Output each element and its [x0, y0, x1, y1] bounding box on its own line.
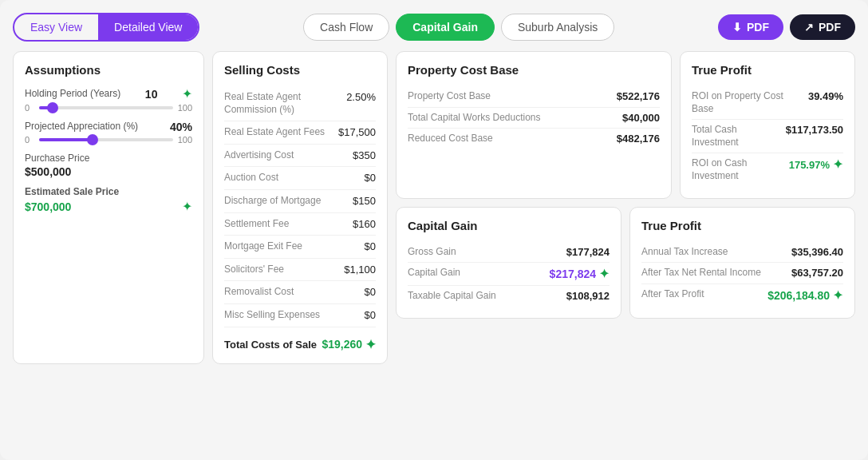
- tab-suburb-analysis[interactable]: Suburb Analysis: [501, 14, 614, 41]
- cost-label: Real Estate Agent Commission (%): [224, 91, 346, 116]
- stat-value: 39.49%: [808, 90, 843, 102]
- property-cost-base-title: Property Cost Base: [408, 63, 660, 77]
- capital-gain-list: Gross Gain $177,824 Capital Gain $217,82…: [408, 242, 610, 307]
- selling-costs-list: Real Estate Agent Commission (%) 2.50% R…: [224, 86, 376, 327]
- tab-capital-gain[interactable]: Capital Gain: [396, 14, 495, 41]
- app-container: Easy View Detailed View Cash Flow Capita…: [0, 0, 868, 460]
- selling-costs-panel: Selling Costs Real Estate Agent Commissi…: [212, 51, 388, 364]
- cost-label: Misc Selling Expenses: [224, 309, 365, 322]
- stat-value: $35,396.40: [791, 246, 843, 258]
- true-profit-stat-row: ROI on Property Cost Base 39.49%: [692, 86, 843, 120]
- share-icon: ↗: [804, 21, 814, 34]
- capital-gain-stat-row: Taxable Capital Gain $108,912: [408, 286, 610, 307]
- total-costs-label: Total Costs of Sale: [224, 339, 317, 351]
- stat-label: After Tax Net Rental Income: [641, 267, 791, 280]
- property-cost-base-panel: Property Cost Base Property Cost Base $5…: [396, 51, 672, 199]
- stat-label: Total Capital Works Deductions: [408, 112, 622, 125]
- holding-period-slider[interactable]: 0 100: [25, 103, 192, 113]
- true-profit-bottom-panel: True Profit Annual Tax Increase $35,396.…: [629, 207, 855, 319]
- selling-costs-title: Selling Costs: [224, 63, 376, 77]
- cost-label: Advertising Cost: [224, 149, 353, 162]
- holding-period-label: Holding Period (Years): [25, 88, 120, 99]
- true-profit-bottom-stat-row: After Tax Net Rental Income $63,757.20: [641, 263, 843, 284]
- cost-value: $0: [365, 309, 376, 321]
- cost-value: $0: [365, 286, 376, 298]
- selling-cost-row: Solicitors' Fee $1,100: [224, 259, 376, 282]
- selling-cost-row: Mortgage Exit Fee $0: [224, 236, 376, 259]
- selling-cost-row: Auction Cost $0: [224, 167, 376, 190]
- total-costs-value: $19,260 ✦: [322, 337, 376, 352]
- stat-label: ROI on Property Cost Base: [692, 90, 808, 115]
- stat-label: Capital Gain: [408, 267, 550, 280]
- download-icon: ⬇: [732, 21, 742, 34]
- cost-value: $150: [353, 195, 376, 207]
- main-content: Assumptions Holding Period (Years) 10 ✦ …: [13, 51, 855, 364]
- pdf-buttons: ⬇ PDF ↗ PDF: [718, 14, 855, 40]
- right-bottom: Capital Gain Gross Gain $177,824 Capital…: [396, 207, 855, 319]
- true-profit-bottom-title: True Profit: [641, 219, 843, 232]
- property-stat-row: Property Cost Base $522,176: [408, 86, 660, 108]
- purchase-price-value: $500,000: [25, 165, 192, 178]
- true-profit-bottom-stat-row: After Tax Profit $206,184.80✦: [641, 284, 843, 307]
- stat-value: $206,184.80✦: [767, 288, 843, 303]
- cost-label: Solicitors' Fee: [224, 264, 344, 276]
- property-stat-row: Reduced Cost Base $482,176: [408, 129, 660, 149]
- stat-value: $40,000: [622, 112, 660, 124]
- stat-label: Annual Tax Increase: [641, 246, 791, 259]
- true-profit-title: True Profit: [692, 63, 843, 77]
- star-icon-sale: ✦: [182, 199, 192, 214]
- stat-value: $217,824✦: [550, 267, 610, 281]
- true-profit-small-list: ROI on Property Cost Base 39.49% Total C…: [692, 86, 843, 187]
- estimated-sale-row: Estimated Sale Price $700,000 ✦: [25, 186, 192, 214]
- projected-appreciation-row: Projected Appreciation (%) 40% 0 100: [25, 121, 192, 145]
- capital-gain-panel: Capital Gain Gross Gain $177,824 Capital…: [396, 207, 621, 319]
- stat-value: $482,176: [617, 133, 660, 145]
- selling-cost-row: Settlement Fee $160: [224, 213, 376, 236]
- detailed-view-button[interactable]: Detailed View: [98, 14, 198, 40]
- stat-value: $108,912: [566, 290, 610, 302]
- stat-value: $63,757.20: [791, 267, 843, 279]
- cost-value: $350: [353, 149, 376, 161]
- easy-view-button[interactable]: Easy View: [14, 14, 98, 40]
- true-profit-stat-row: ROI on Cash Investment 175.97%✦: [692, 153, 843, 186]
- stat-value: $117,173.50: [786, 124, 843, 136]
- cost-label: Discharge of Mortgage: [224, 195, 353, 208]
- property-cost-list: Property Cost Base $522,176 Total Capita…: [408, 86, 660, 149]
- selling-cost-row: Discharge of Mortgage $150: [224, 190, 376, 213]
- stat-label: After Tax Profit: [641, 288, 767, 301]
- stat-label: Total Cash Investment: [692, 124, 786, 149]
- capital-gain-title: Capital Gain: [408, 219, 610, 232]
- property-stat-row: Total Capital Works Deductions $40,000: [408, 108, 660, 129]
- stat-label: Property Cost Base: [408, 90, 617, 103]
- true-profit-panel: True Profit ROI on Property Cost Base 39…: [680, 51, 855, 199]
- right-section: Property Cost Base Property Cost Base $5…: [396, 51, 855, 364]
- stat-label: ROI on Cash Investment: [692, 157, 789, 182]
- view-toggle: Easy View Detailed View: [13, 13, 199, 42]
- pdf-button-2[interactable]: ↗ PDF: [790, 14, 855, 40]
- tab-cash-flow[interactable]: Cash Flow: [303, 14, 389, 41]
- cost-label: Removalist Cost: [224, 286, 365, 299]
- capital-gain-stat-row: Gross Gain $177,824: [408, 242, 610, 264]
- pdf-button-1[interactable]: ⬇ PDF: [718, 14, 783, 40]
- cost-value: $160: [353, 218, 376, 230]
- projected-appreciation-label: Projected Appreciation (%): [25, 121, 138, 132]
- appreciation-slider[interactable]: 0 100: [25, 135, 192, 145]
- assumptions-title: Assumptions: [25, 63, 192, 77]
- star-icon-total: ✦: [365, 337, 376, 352]
- selling-cost-row: Real Estate Agent Commission (%) 2.50%: [224, 86, 376, 121]
- stat-label: Taxable Capital Gain: [408, 290, 566, 303]
- selling-cost-row: Advertising Cost $350: [224, 145, 376, 168]
- true-profit-bottom-stat-row: Annual Tax Increase $35,396.40: [641, 242, 843, 264]
- cost-value: 2.50%: [346, 91, 376, 103]
- cost-value: $0: [365, 240, 376, 252]
- selling-cost-row: Misc Selling Expenses $0: [224, 304, 376, 327]
- true-profit-stat-row: Total Cash Investment $117,173.50: [692, 120, 843, 153]
- estimated-sale-value: $700,000: [25, 200, 71, 213]
- total-costs-row: Total Costs of Sale $19,260 ✦: [224, 331, 376, 352]
- selling-cost-row: Removalist Cost $0: [224, 281, 376, 304]
- cost-label: Auction Cost: [224, 172, 365, 184]
- stat-value: $522,176: [617, 90, 660, 102]
- cost-value: $1,100: [344, 264, 376, 276]
- capital-gain-stat-row: Capital Gain $217,824✦: [408, 263, 610, 286]
- holding-period-row: Holding Period (Years) 10 ✦ 0 100: [25, 86, 192, 113]
